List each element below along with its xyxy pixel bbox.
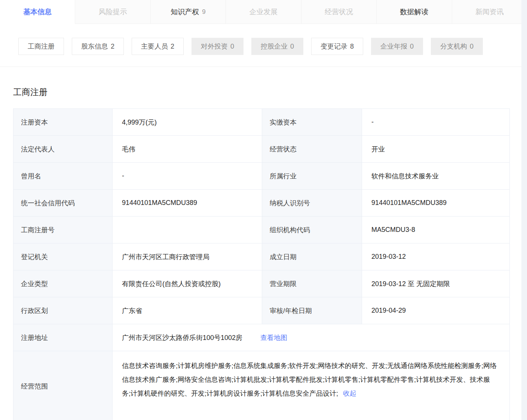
field-value: 2019-03-12: [362, 243, 509, 270]
business-scope-text: 信息技术咨询服务;计算机房维护服务;信息系统集成服务;软件开发;网络技术的研究、…: [122, 362, 497, 397]
field-label: 纳税人识别号: [262, 190, 362, 216]
scrollbar-track[interactable]: [521, 0, 527, 420]
table-row: 工商注册号 组织机构代码 MA5CMDU3-8: [13, 217, 509, 243]
tab-intellectual-property[interactable]: 知识产权 9: [151, 0, 226, 24]
tab-label: 知识产权: [171, 7, 199, 17]
pill-change-records[interactable]: 变更记录 8: [311, 38, 363, 55]
section-title: 工商注册: [13, 86, 527, 98]
pill-annual-reports: 企业年报 0: [371, 38, 423, 55]
tab-count: 9: [202, 8, 205, 16]
field-value: 91440101MA5CMDU389: [362, 190, 509, 216]
table-row-business-scope: 经营范围 信息技术咨询服务;计算机房维护服务;信息系统集成服务;软件开发;网络技…: [13, 351, 509, 420]
pill-outbound-investment: 对外投资 0: [192, 38, 243, 55]
pill-business-registration[interactable]: 工商注册: [18, 38, 64, 55]
field-value: 开业: [362, 136, 509, 162]
field-label: 组织机构代码: [262, 217, 362, 243]
field-label: 经营范围: [13, 351, 113, 420]
tab-label: 经营状况: [325, 7, 353, 17]
pill-shareholders[interactable]: 股东信息 2: [72, 38, 124, 55]
tab-label: 基本信息: [23, 7, 52, 17]
pill-branches: 分支机构 0: [431, 38, 483, 55]
tab-label: 风险提示: [99, 7, 127, 17]
field-label: 所属行业: [262, 163, 362, 189]
table-row: 行政区划 广东省 审核/年检日期 2019-04-29: [13, 297, 509, 324]
field-value: 软件和信息技术服务业: [362, 163, 509, 189]
field-label: 成立日期: [262, 243, 362, 270]
field-label: 工商注册号: [13, 217, 113, 243]
tab-label: 数据解读: [400, 7, 428, 17]
table-row: 法定代表人 毛伟 经营状态 开业: [13, 136, 509, 163]
table-row: 登记机关 广州市天河区工商行政管理局 成立日期 2019-03-12: [13, 243, 509, 270]
field-label: 法定代表人: [13, 136, 113, 162]
table-row: 企业类型 有限责任公司(自然人投资或控股) 营业期限 2019-03-12 至 …: [13, 270, 509, 297]
field-value: [113, 217, 262, 243]
field-value: MA5CMDU3-8: [362, 217, 509, 243]
field-value: 毛伟: [113, 136, 262, 162]
tab-operating-status[interactable]: 经营状况: [301, 0, 377, 24]
field-value: 有限责任公司(自然人投资或控股): [113, 270, 262, 297]
field-value: 91440101MA5CMDU389: [113, 190, 262, 216]
field-label: 审核/年检日期: [262, 297, 362, 324]
tab-label: 企业发展: [249, 7, 278, 17]
view-map-link[interactable]: 查看地图: [260, 333, 287, 342]
field-value: 广州市天河区工商行政管理局: [113, 243, 262, 270]
field-value: 2019-03-12 至 无固定期限: [362, 270, 509, 297]
business-registration-table: 注册资本 4,999万(元) 实缴资本 - 法定代表人 毛伟 经营状态 开业 曾…: [13, 108, 510, 420]
tab-data-insight[interactable]: 数据解读: [377, 0, 452, 24]
field-label: 实缴资本: [262, 109, 362, 135]
tab-label: 新闻资讯: [475, 7, 504, 17]
field-label: 统一社会信用代码: [13, 190, 113, 216]
tab-company-development[interactable]: 企业发展: [226, 0, 301, 24]
field-label: 曾用名: [13, 163, 113, 189]
table-row-address: 注册地址 广州市天河区沙太路侨乐街100号1002房 查看地图: [13, 324, 509, 351]
table-row: 曾用名 - 所属行业 软件和信息技术服务业: [13, 163, 509, 190]
field-label: 注册资本: [13, 109, 113, 135]
table-row: 注册资本 4,999万(元) 实缴资本 -: [13, 109, 509, 136]
top-tabbar: 基本信息 风险提示 知识产权 9 企业发展 经营状况 数据解读 新闻资讯: [0, 0, 527, 24]
field-label: 经营状态: [262, 136, 362, 162]
anchor-subnav: 工商注册 股东信息 2 主要人员 2 对外投资 0 控股企业 0 变更记录 8 …: [0, 24, 527, 67]
field-label: 行政区划: [13, 297, 113, 324]
field-value: 广东省: [113, 297, 262, 324]
field-label: 营业期限: [262, 270, 362, 297]
field-label: 企业类型: [13, 270, 113, 297]
field-value: 4,999万(元): [113, 109, 262, 135]
field-label: 登记机关: [13, 243, 113, 270]
field-value: -: [362, 109, 509, 135]
field-label: 注册地址: [13, 324, 113, 351]
field-value: 2019-04-29: [362, 297, 509, 324]
tab-risk[interactable]: 风险提示: [75, 0, 150, 24]
pill-key-personnel[interactable]: 主要人员 2: [132, 38, 184, 55]
collapse-link[interactable]: 收起: [343, 390, 356, 397]
table-row: 统一社会信用代码 91440101MA5CMDU389 纳税人识别号 91440…: [13, 190, 509, 217]
tab-news[interactable]: 新闻资讯: [452, 0, 527, 24]
pill-holding-companies: 控股企业 0: [251, 38, 303, 55]
field-value: -: [113, 163, 262, 189]
tab-basic-info[interactable]: 基本信息: [0, 0, 75, 24]
registered-address: 广州市天河区沙太路侨乐街100号1002房: [122, 333, 242, 342]
